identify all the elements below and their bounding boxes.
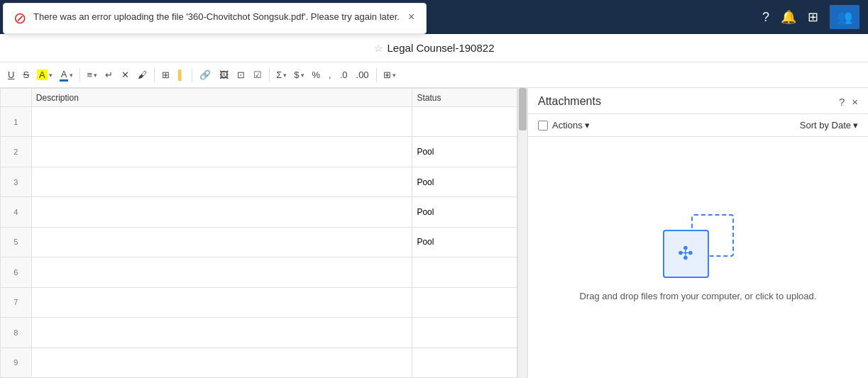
sum-caret: ▾ bbox=[283, 72, 287, 79]
row-number: 2 bbox=[1, 137, 32, 167]
error-icon: ⊘ bbox=[13, 11, 26, 26]
cell-description[interactable] bbox=[31, 167, 412, 196]
move-icon: ✣ bbox=[678, 243, 693, 265]
attachments-panel: Attachments ? × Actions ▾ Sort by Date ▾ bbox=[527, 88, 868, 378]
cell-description[interactable] bbox=[31, 287, 412, 317]
highlight-color-label: A bbox=[37, 70, 48, 80]
toolbar-sep-3 bbox=[192, 68, 192, 82]
att-help-icon[interactable]: ? bbox=[839, 96, 845, 108]
att-actions-label: Actions bbox=[552, 120, 583, 130]
error-close-button[interactable]: × bbox=[407, 11, 416, 23]
table-row: 1 bbox=[1, 107, 517, 137]
scrollbar-thumb[interactable] bbox=[519, 88, 527, 130]
highlight-button[interactable]: ▌ bbox=[175, 67, 188, 82]
att-actions: Actions ▾ bbox=[538, 120, 590, 130]
cell-status[interactable] bbox=[412, 318, 517, 348]
cell-status[interactable] bbox=[412, 107, 517, 137]
table-row: 7 bbox=[1, 287, 517, 317]
dollar-dropdown[interactable]: $ ▾ bbox=[291, 67, 307, 82]
image-button[interactable]: 🖼 bbox=[216, 67, 232, 82]
cell-description[interactable] bbox=[31, 227, 412, 257]
font-color-dropdown[interactable]: A ▾ bbox=[57, 67, 77, 84]
wrap-button[interactable]: ↵ bbox=[101, 67, 116, 82]
vertical-scrollbar[interactable] bbox=[517, 88, 527, 378]
cell-description[interactable] bbox=[31, 318, 412, 348]
star-icon[interactable]: ☆ bbox=[374, 43, 383, 54]
decimal2-button[interactable]: .00 bbox=[353, 67, 373, 82]
att-sort-button[interactable]: Sort by Date ▾ bbox=[800, 120, 858, 130]
font-color-label: A bbox=[60, 69, 69, 82]
checkbox-button[interactable]: ☑ bbox=[250, 67, 265, 82]
main-layout: Description Status 12Pool3Pool4Pool5Pool… bbox=[0, 88, 868, 378]
row-number: 6 bbox=[1, 257, 32, 287]
row-number: 1 bbox=[1, 107, 32, 137]
table-button[interactable]: ⊞ bbox=[158, 67, 173, 82]
cell-status[interactable]: Pool bbox=[412, 167, 517, 196]
cell-status[interactable]: Pool bbox=[412, 137, 517, 167]
decimal1-button[interactable]: .0 bbox=[336, 67, 351, 82]
error-toast: ⊘ There was an error uploading the file … bbox=[3, 3, 427, 34]
align-dropdown[interactable]: ≡ ▾ bbox=[84, 67, 100, 82]
bell-icon[interactable]: 🔔 bbox=[781, 9, 796, 25]
strikethrough-button[interactable]: S bbox=[19, 67, 33, 82]
att-actions-button[interactable]: Actions ▾ bbox=[552, 120, 590, 130]
more-dropdown[interactable]: ⊞ ▾ bbox=[380, 67, 399, 82]
drop-text: Drag and drop files from your computer, … bbox=[580, 291, 817, 301]
sheet-table: Description Status 12Pool3Pool4Pool5Pool… bbox=[0, 88, 527, 378]
att-sort-label: Sort by Date bbox=[800, 120, 851, 130]
att-sort-caret: ▾ bbox=[853, 120, 858, 130]
row-number: 4 bbox=[1, 197, 32, 227]
cell-status[interactable]: Pool bbox=[412, 227, 517, 257]
highlight-color-dropdown[interactable]: A ▾ bbox=[34, 67, 55, 82]
sum-label: Σ bbox=[276, 70, 282, 80]
cell-status[interactable]: Pool bbox=[412, 197, 517, 227]
drop-icon-front: ✣ bbox=[663, 230, 709, 278]
drop-zone[interactable]: ✣ Drag and drop files from your computer… bbox=[528, 137, 868, 378]
eraser-button[interactable]: ✕ bbox=[118, 67, 133, 82]
row-number: 7 bbox=[1, 287, 32, 317]
sum-dropdown[interactable]: Σ ▾ bbox=[273, 67, 290, 82]
row-number: 5 bbox=[1, 227, 32, 257]
table-row: 4Pool bbox=[1, 197, 517, 227]
cell-status[interactable] bbox=[412, 287, 517, 317]
paint-format-button[interactable]: 🖌 bbox=[134, 67, 150, 82]
cell-status[interactable] bbox=[412, 257, 517, 287]
cell-description[interactable] bbox=[31, 257, 412, 287]
help-icon[interactable]: ? bbox=[762, 10, 769, 25]
cell-description[interactable] bbox=[31, 197, 412, 227]
underline-button[interactable]: U bbox=[4, 67, 18, 82]
att-close-icon[interactable]: × bbox=[852, 96, 858, 108]
align-caret: ▾ bbox=[94, 72, 97, 79]
cell-description[interactable] bbox=[31, 348, 412, 378]
col-header-description: Description bbox=[31, 89, 412, 107]
toolbar-sep-4 bbox=[269, 68, 270, 82]
att-actions-caret: ▾ bbox=[585, 120, 590, 130]
comma-button[interactable]: , bbox=[325, 67, 335, 82]
title-bar: ☆ Legal Counsel-190822 bbox=[0, 34, 868, 62]
forms-button[interactable]: ⊡ bbox=[234, 67, 248, 82]
cell-description[interactable] bbox=[31, 107, 412, 137]
align-label: ≡ bbox=[87, 70, 92, 80]
percent-button[interactable]: % bbox=[309, 67, 324, 82]
col-header-row bbox=[1, 89, 32, 107]
grid-table: Description Status 12Pool3Pool4Pool5Pool… bbox=[0, 88, 517, 378]
att-title: Attachments bbox=[538, 95, 601, 108]
att-header-icons: ? × bbox=[839, 96, 858, 108]
highlight-caret: ▾ bbox=[49, 72, 53, 79]
page-title: Legal Counsel-190822 bbox=[388, 42, 495, 54]
table-row: 3Pool bbox=[1, 167, 517, 196]
toolbar-sep-5 bbox=[376, 68, 377, 82]
error-message: There was an error uploading the file '3… bbox=[33, 11, 400, 23]
table-row: 9 bbox=[1, 348, 517, 378]
link-button[interactable]: 🔗 bbox=[196, 67, 214, 82]
cell-status[interactable] bbox=[412, 348, 517, 378]
table-row: 2Pool bbox=[1, 137, 517, 167]
cell-description[interactable] bbox=[31, 137, 412, 167]
toolbar: U S A ▾ A ▾ ≡ ▾ ↵ ✕ 🖌 ⊞ ▌ 🔗 🖼 ⊡ ☑ Σ ▾ $ … bbox=[0, 62, 868, 88]
toolbar-sep-1 bbox=[79, 68, 80, 82]
row-number: 8 bbox=[1, 318, 32, 348]
toolbar-sep-2 bbox=[154, 68, 155, 82]
users-button[interactable]: 👥 bbox=[830, 5, 859, 29]
grid-icon[interactable]: ⊞ bbox=[808, 9, 818, 25]
att-select-all-checkbox[interactable] bbox=[538, 121, 548, 130]
